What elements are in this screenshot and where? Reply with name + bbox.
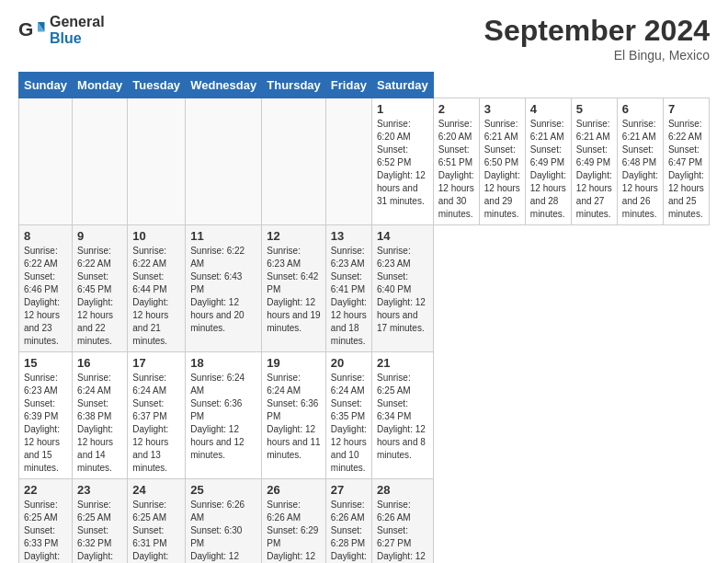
location: El Bingu, Mexico <box>484 48 710 63</box>
calendar-cell: 22Sunrise: 6:25 AM Sunset: 6:33 PM Dayli… <box>19 479 73 564</box>
month-title: September 2024 <box>484 14 710 48</box>
calendar-header-row: SundayMondayTuesdayWednesdayThursdayFrid… <box>19 73 710 98</box>
calendar-cell: 21Sunrise: 6:25 AM Sunset: 6:34 PM Dayli… <box>372 352 434 479</box>
day-of-week-header: Sunday <box>19 73 73 98</box>
day-number: 11 <box>190 229 256 243</box>
day-info: Sunrise: 6:22 AM Sunset: 6:44 PM Dayligh… <box>132 245 180 348</box>
day-number: 24 <box>132 483 180 497</box>
day-info: Sunrise: 6:23 AM Sunset: 6:41 PM Dayligh… <box>331 245 367 348</box>
logo: G General Blue <box>18 14 105 47</box>
day-info: Sunrise: 6:22 AM Sunset: 6:45 PM Dayligh… <box>77 245 122 348</box>
day-number: 16 <box>77 356 122 370</box>
calendar-cell: 10Sunrise: 6:22 AM Sunset: 6:44 PM Dayli… <box>128 225 186 352</box>
calendar-cell: 19Sunrise: 6:24 AM Sunset: 6:36 PM Dayli… <box>262 352 326 479</box>
day-info: Sunrise: 6:21 AM Sunset: 6:50 PM Dayligh… <box>484 118 520 221</box>
calendar-cell: 25Sunrise: 6:26 AM Sunset: 6:30 PM Dayli… <box>186 479 262 564</box>
calendar-cell <box>19 98 73 225</box>
day-info: Sunrise: 6:25 AM Sunset: 6:32 PM Dayligh… <box>77 499 122 563</box>
calendar-week-row: 15Sunrise: 6:23 AM Sunset: 6:39 PM Dayli… <box>19 352 710 479</box>
day-of-week-header: Friday <box>325 73 371 98</box>
day-info: Sunrise: 6:26 AM Sunset: 6:29 PM Dayligh… <box>267 499 321 563</box>
day-number: 27 <box>331 483 367 497</box>
day-info: Sunrise: 6:26 AM Sunset: 6:27 PM Dayligh… <box>377 499 428 563</box>
day-number: 6 <box>622 102 658 116</box>
calendar-table: SundayMondayTuesdayWednesdayThursdayFrid… <box>18 72 710 563</box>
day-info: Sunrise: 6:22 AM Sunset: 6:46 PM Dayligh… <box>24 245 67 348</box>
day-of-week-header: Wednesday <box>186 73 262 98</box>
day-info: Sunrise: 6:24 AM Sunset: 6:36 PM Dayligh… <box>267 372 321 462</box>
calendar-week-row: 8Sunrise: 6:22 AM Sunset: 6:46 PM Daylig… <box>19 225 710 352</box>
day-of-week-header: Thursday <box>262 73 326 98</box>
calendar-cell <box>73 98 128 225</box>
calendar-cell: 13Sunrise: 6:23 AM Sunset: 6:41 PM Dayli… <box>325 225 371 352</box>
calendar-cell: 3Sunrise: 6:21 AM Sunset: 6:50 PM Daylig… <box>479 98 525 225</box>
calendar-cell: 24Sunrise: 6:25 AM Sunset: 6:31 PM Dayli… <box>128 479 186 564</box>
day-number: 26 <box>267 483 321 497</box>
day-number: 15 <box>24 356 67 370</box>
day-number: 1 <box>377 102 428 116</box>
day-info: Sunrise: 6:25 AM Sunset: 6:34 PM Dayligh… <box>377 372 428 462</box>
title-block: September 2024 El Bingu, Mexico <box>484 14 710 63</box>
day-number: 13 <box>331 229 367 243</box>
day-number: 17 <box>132 356 180 370</box>
day-number: 28 <box>377 483 428 497</box>
svg-text:G: G <box>18 18 33 40</box>
calendar-cell: 27Sunrise: 6:26 AM Sunset: 6:28 PM Dayli… <box>325 479 371 564</box>
day-number: 19 <box>267 356 321 370</box>
day-number: 4 <box>530 102 566 116</box>
calendar-cell: 12Sunrise: 6:23 AM Sunset: 6:42 PM Dayli… <box>262 225 326 352</box>
calendar-cell <box>325 98 371 225</box>
logo-icon: G <box>18 17 46 44</box>
logo-text: General Blue <box>50 14 105 47</box>
calendar-cell: 23Sunrise: 6:25 AM Sunset: 6:32 PM Dayli… <box>73 479 128 564</box>
calendar-cell: 16Sunrise: 6:24 AM Sunset: 6:38 PM Dayli… <box>73 352 128 479</box>
calendar-cell: 20Sunrise: 6:24 AM Sunset: 6:35 PM Dayli… <box>325 352 371 479</box>
day-info: Sunrise: 6:24 AM Sunset: 6:38 PM Dayligh… <box>77 372 122 475</box>
day-of-week-header: Saturday <box>372 73 434 98</box>
day-number: 12 <box>267 229 321 243</box>
day-info: Sunrise: 6:22 AM Sunset: 6:47 PM Dayligh… <box>668 118 704 221</box>
calendar-cell: 18Sunrise: 6:24 AM Sunset: 6:36 PM Dayli… <box>186 352 262 479</box>
day-number: 9 <box>77 229 122 243</box>
day-number: 22 <box>24 483 67 497</box>
calendar-cell: 6Sunrise: 6:21 AM Sunset: 6:48 PM Daylig… <box>617 98 663 225</box>
calendar-week-row: 22Sunrise: 6:25 AM Sunset: 6:33 PM Dayli… <box>19 479 710 564</box>
calendar-cell: 14Sunrise: 6:23 AM Sunset: 6:40 PM Dayli… <box>372 225 434 352</box>
day-number: 7 <box>668 102 704 116</box>
day-info: Sunrise: 6:25 AM Sunset: 6:33 PM Dayligh… <box>24 499 67 563</box>
day-info: Sunrise: 6:24 AM Sunset: 6:37 PM Dayligh… <box>132 372 180 475</box>
day-info: Sunrise: 6:26 AM Sunset: 6:28 PM Dayligh… <box>331 499 367 563</box>
day-number: 25 <box>190 483 256 497</box>
calendar-cell: 17Sunrise: 6:24 AM Sunset: 6:37 PM Dayli… <box>128 352 186 479</box>
day-info: Sunrise: 6:23 AM Sunset: 6:40 PM Dayligh… <box>377 245 428 335</box>
day-number: 2 <box>438 102 474 116</box>
day-info: Sunrise: 6:23 AM Sunset: 6:42 PM Dayligh… <box>267 245 321 335</box>
day-number: 10 <box>132 229 180 243</box>
calendar-cell <box>262 98 326 225</box>
day-info: Sunrise: 6:21 AM Sunset: 6:49 PM Dayligh… <box>576 118 612 221</box>
day-info: Sunrise: 6:26 AM Sunset: 6:30 PM Dayligh… <box>190 499 256 563</box>
day-info: Sunrise: 6:21 AM Sunset: 6:49 PM Dayligh… <box>530 118 566 221</box>
day-number: 8 <box>24 229 67 243</box>
day-of-week-header: Tuesday <box>128 73 186 98</box>
calendar-cell: 9Sunrise: 6:22 AM Sunset: 6:45 PM Daylig… <box>73 225 128 352</box>
day-number: 23 <box>77 483 122 497</box>
calendar-week-row: 1Sunrise: 6:20 AM Sunset: 6:52 PM Daylig… <box>19 98 710 225</box>
day-number: 3 <box>484 102 520 116</box>
calendar-cell <box>128 98 186 225</box>
page: G General Blue September 2024 El Bingu, … <box>0 0 728 563</box>
day-number: 21 <box>377 356 428 370</box>
calendar-cell: 11Sunrise: 6:22 AM Sunset: 6:43 PM Dayli… <box>186 225 262 352</box>
calendar-cell: 26Sunrise: 6:26 AM Sunset: 6:29 PM Dayli… <box>262 479 326 564</box>
header: G General Blue September 2024 El Bingu, … <box>18 14 710 63</box>
day-info: Sunrise: 6:24 AM Sunset: 6:36 PM Dayligh… <box>190 372 256 462</box>
day-info: Sunrise: 6:20 AM Sunset: 6:51 PM Dayligh… <box>438 118 474 221</box>
day-info: Sunrise: 6:24 AM Sunset: 6:35 PM Dayligh… <box>331 372 367 475</box>
calendar-cell: 1Sunrise: 6:20 AM Sunset: 6:52 PM Daylig… <box>372 98 434 225</box>
calendar-cell: 4Sunrise: 6:21 AM Sunset: 6:49 PM Daylig… <box>525 98 571 225</box>
day-number: 14 <box>377 229 428 243</box>
day-info: Sunrise: 6:20 AM Sunset: 6:52 PM Dayligh… <box>377 118 428 208</box>
calendar-cell: 7Sunrise: 6:22 AM Sunset: 6:47 PM Daylig… <box>663 98 709 225</box>
day-number: 20 <box>331 356 367 370</box>
day-number: 5 <box>576 102 612 116</box>
